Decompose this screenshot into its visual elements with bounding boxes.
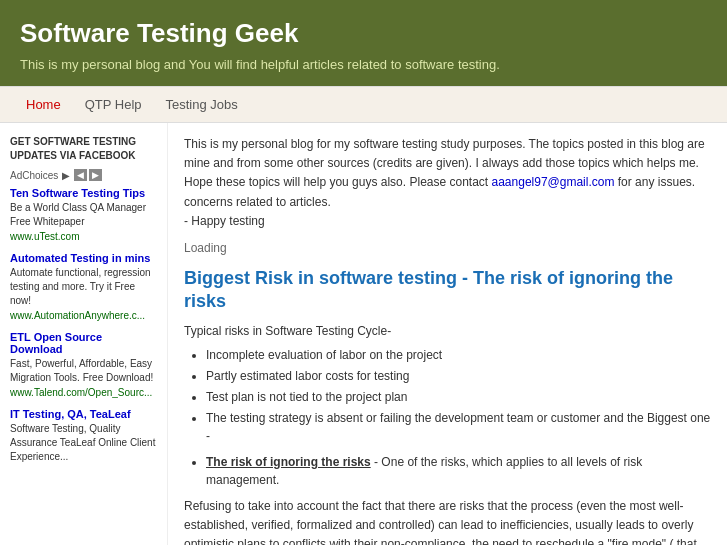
ad-choices-label: AdChoices xyxy=(10,170,58,181)
article-risk-list: Incomplete evaluation of labor on the pr… xyxy=(206,346,711,445)
nav-qtp-help[interactable]: QTP Help xyxy=(75,93,152,116)
navigation: Home QTP Help Testing Jobs xyxy=(0,86,727,123)
nav-testing-jobs[interactable]: Testing Jobs xyxy=(156,93,248,116)
loading-text: Loading xyxy=(184,241,711,255)
list-item: The testing strategy is absent or failin… xyxy=(206,409,711,445)
ad-choices-icon: ▶ xyxy=(62,170,70,181)
risk-label: The risk of ignoring the risks xyxy=(206,455,371,469)
sidebar-ad-2-url: www.AutomationAnywhere.c... xyxy=(10,310,157,321)
ad-nav[interactable]: ◀ ▶ xyxy=(74,169,102,181)
site-title: Software Testing Geek xyxy=(20,18,707,49)
sidebar-ad-1-desc: Be a World Class QA Manager Free Whitepa… xyxy=(10,201,157,229)
list-item: Incomplete evaluation of labor on the pr… xyxy=(206,346,711,364)
sidebar-ad-4-link[interactable]: IT Testing, QA, TeaLeaf xyxy=(10,408,157,420)
sidebar: GET SOFTWARE TESTING UPDATES VIA FACEBOO… xyxy=(0,123,168,545)
sidebar-ad-2-link[interactable]: Automated Testing in mins xyxy=(10,252,157,264)
sidebar-ad-2: Automated Testing in mins Automate funct… xyxy=(10,252,157,321)
sidebar-ad-3-desc: Fast, Powerful, Affordable, Easy Migrati… xyxy=(10,357,157,385)
contact-email[interactable]: aaangel97@gmail.com xyxy=(492,175,615,189)
sidebar-fb-header: GET SOFTWARE TESTING UPDATES VIA FACEBOO… xyxy=(10,135,157,163)
sidebar-ad-1-url: www.uTest.com xyxy=(10,231,157,242)
list-item: Test plan is not tied to the project pla… xyxy=(206,388,711,406)
main-content: GET SOFTWARE TESTING UPDATES VIA FACEBOO… xyxy=(0,123,727,545)
list-item: Partly estimated labor costs for testing xyxy=(206,367,711,385)
sidebar-ad-3-url: www.Talend.com/Open_Sourc... xyxy=(10,387,157,398)
site-header: Software Testing Geek This is my persona… xyxy=(0,0,727,86)
ad-choices: AdChoices ▶ ◀ ▶ xyxy=(10,169,157,181)
sidebar-ad-4: IT Testing, QA, TeaLeaf Software Testing… xyxy=(10,408,157,464)
sidebar-ad-4-desc: Software Testing, Quality Assurance TeaL… xyxy=(10,422,157,464)
article-title: Biggest Risk in software testing - The r… xyxy=(184,267,711,314)
nav-home[interactable]: Home xyxy=(16,93,71,116)
sidebar-ad-2-desc: Automate functional, regression testing … xyxy=(10,266,157,308)
sidebar-ad-3: ETL Open Source Download Fast, Powerful,… xyxy=(10,331,157,398)
intro-paragraph: This is my personal blog for my software… xyxy=(184,135,711,231)
article-biggest-risk-list: The risk of ignoring the risks - One of … xyxy=(206,453,711,489)
biggest-risk-item: The risk of ignoring the risks - One of … xyxy=(206,453,711,489)
ad-prev[interactable]: ◀ xyxy=(74,169,87,181)
article-subtitle: Typical risks in Software Testing Cycle- xyxy=(184,324,711,338)
sidebar-ad-3-link[interactable]: ETL Open Source Download xyxy=(10,331,157,355)
sidebar-ad-1-link[interactable]: Ten Software Testing Tips xyxy=(10,187,157,199)
ad-next[interactable]: ▶ xyxy=(89,169,102,181)
sidebar-ad-1: Ten Software Testing Tips Be a World Cla… xyxy=(10,187,157,242)
article-paragraph: Refusing to take into account the fact t… xyxy=(184,497,711,545)
article-content: This is my personal blog for my software… xyxy=(168,123,727,545)
site-subtitle: This is my personal blog and You will fi… xyxy=(20,57,707,72)
